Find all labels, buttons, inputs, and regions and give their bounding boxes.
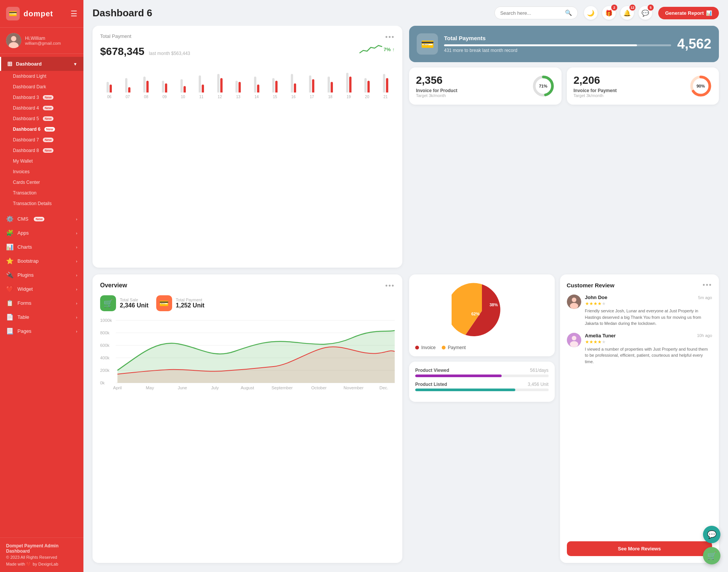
product-listed-bar [415, 389, 549, 391]
search-input[interactable] [500, 10, 562, 16]
more-options-button[interactable]: ••• [385, 33, 395, 41]
amelia-time: 10h ago [697, 333, 712, 338]
sidebar-item-charts[interactable]: 📊 Charts › [0, 240, 83, 254]
sidebar-item-apps[interactable]: 🧩 Apps › [0, 226, 83, 240]
sidebar-item-plugins[interactable]: 🔌 Plugins › [0, 268, 83, 282]
new-badge: New [43, 148, 54, 153]
review-header: Customer Review ••• [567, 281, 712, 289]
invoice-product-donut: 71% [532, 75, 555, 97]
invoice-product-info: 2,356 Invoice for Product Target 3k/mont… [416, 74, 527, 98]
search-bar: 🔍 [494, 6, 578, 19]
bar-red [294, 83, 296, 93]
sidebar-item-pages[interactable]: 📃 Pages › [0, 324, 83, 338]
payment-dot [442, 346, 446, 349]
generate-report-button[interactable]: Generate Report 📊 [658, 7, 719, 19]
bar-red [386, 78, 388, 93]
sidebar-item-dashboard-5[interactable]: Dashboard 5 New [0, 113, 83, 124]
bar-chart-labels: 06070809101112131415161718192021 [100, 95, 395, 99]
bar-gray [364, 78, 367, 93]
invoice-payment-card: 2,206 Invoice for Payment Target 3k/mont… [567, 67, 719, 105]
cart-float-button[interactable]: 🛒 [703, 547, 720, 564]
charts-label: Charts [17, 244, 32, 250]
chart-x-label: 20 [359, 95, 376, 99]
gift-badge: 2 [611, 5, 617, 11]
product-listed-value: 3,456 Unit [528, 382, 549, 387]
overview-more-button[interactable]: ••• [385, 282, 395, 290]
john-review-body: John Doe 5m ago ★★★★★ Friendly service J… [585, 295, 712, 327]
sidebar-item-dashboard-light[interactable]: Dashboard Light [0, 71, 83, 81]
bar-gray [199, 75, 201, 93]
sale-icon: 🛒 [100, 295, 116, 311]
svg-text:62%: 62% [471, 312, 480, 316]
payment-legend: Payment [442, 345, 466, 350]
search-icon: 🔍 [565, 9, 572, 16]
footer-brand: Dompet Payment Admin Dashboard [6, 543, 77, 554]
bar-red [349, 77, 351, 92]
chart-x-label: 16 [285, 95, 302, 99]
new-badge: New [43, 95, 54, 100]
invoice-payment-count: 2,206 [574, 74, 684, 86]
sidebar-item-dashboard-dark[interactable]: Dashboard Dark [0, 81, 83, 92]
product-listed-label: Product Listed [415, 382, 447, 387]
sidebar-item-dashboard-6[interactable]: Dashboard 6 New [0, 124, 83, 135]
sidebar-item-transaction[interactable]: Transaction [0, 188, 83, 198]
stat-sale-value: 2,346 Unit [120, 302, 149, 309]
svg-text:August: August [241, 386, 254, 390]
product-viewed-value: 561/days [530, 368, 549, 373]
bar-group [138, 62, 155, 92]
right-bottom-section: 62% 38% Invoice Payment [409, 274, 719, 563]
chevron-down-icon: ▼ [73, 62, 77, 66]
plugins-icon: 🔌 [6, 271, 14, 279]
trend-line-chart [359, 44, 382, 55]
amelia-stars: ★★★★★ [585, 339, 712, 345]
stat-payment-value: 1,252 Unit [176, 302, 205, 309]
see-more-reviews-button[interactable]: See More Reviews [567, 541, 712, 556]
moon-button[interactable]: 🌙 [584, 6, 598, 20]
bar-red [238, 82, 241, 92]
sidebar-item-bootstrap[interactable]: ⭐ Bootstrap › [0, 254, 83, 268]
bar-gray [217, 74, 220, 92]
bar-group [101, 62, 118, 92]
sidebar-item-table[interactable]: 📄 Table › [0, 310, 83, 324]
gift-button[interactable]: 🎁 2 [602, 6, 616, 20]
new-badge: New [44, 127, 55, 132]
svg-point-32 [570, 303, 578, 309]
tp-progress-fill [444, 44, 637, 46]
chat-button[interactable]: 💬 5 [639, 6, 652, 20]
logo-text: dompet [24, 9, 53, 18]
chevron-right-icon: › [76, 287, 77, 291]
sidebar-item-cms[interactable]: ⚙️ CMS New › [0, 212, 83, 226]
sidebar-item-cards-center[interactable]: Cards Center [0, 177, 83, 188]
product-viewed-fill [415, 375, 502, 377]
sidebar-item-dashboard-4[interactable]: Dashboard 4 New [0, 103, 83, 113]
stat-payment-info: Total Payment 1,252 Unit [176, 298, 205, 309]
sidebar-item-invoices[interactable]: Invoices [0, 166, 83, 177]
john-review-text: Friendly service Josh, Lunar and everyon… [585, 308, 712, 327]
main-area: Dashboard 6 🔍 🌙 🎁 2 🔔 12 💬 5 Generate Re… [83, 0, 728, 572]
dashboard-label: Dashboard [16, 61, 42, 67]
review-more-button[interactable]: ••• [703, 281, 712, 289]
svg-text:May: May [146, 386, 154, 390]
sidebar-item-widget[interactable]: ❤️ Widget › [0, 282, 83, 296]
sidebar-item-my-wallet[interactable]: My Wallet [0, 156, 83, 166]
sidebar-item-dashboard-7[interactable]: Dashboard 7 New [0, 135, 83, 145]
bell-button[interactable]: 🔔 12 [620, 6, 634, 20]
sidebar-item-dashboard-3[interactable]: Dashboard 3 New [0, 92, 83, 103]
bar-gray [107, 82, 109, 92]
bell-badge: 12 [629, 5, 635, 11]
dashboard-nav-section: ⊞ Dashboard ▼ Dashboard Light Dashboard … [0, 54, 83, 212]
bar-group [322, 62, 339, 92]
chart-x-label: 13 [230, 95, 247, 99]
sidebar-item-forms[interactable]: 📋 Forms › [0, 296, 83, 310]
payment-icon: 💳 [156, 295, 172, 311]
total-payment-card: Total Payment ••• $678,345 last month $5… [93, 26, 402, 268]
sidebar-item-transaction-details[interactable]: Transaction Details [0, 198, 83, 209]
bar-gray [143, 77, 146, 92]
last-month-label: last month $563,443 [149, 51, 190, 56]
sidebar-item-dashboard[interactable]: ⊞ Dashboard ▼ [0, 57, 83, 71]
chat-float-button[interactable]: 💬 [703, 526, 720, 543]
hamburger-icon[interactable]: ☰ [71, 9, 77, 18]
chevron-right-icon: › [76, 315, 77, 320]
bar-gray [328, 77, 330, 92]
sidebar-item-dashboard-8[interactable]: Dashboard 8 New [0, 145, 83, 156]
